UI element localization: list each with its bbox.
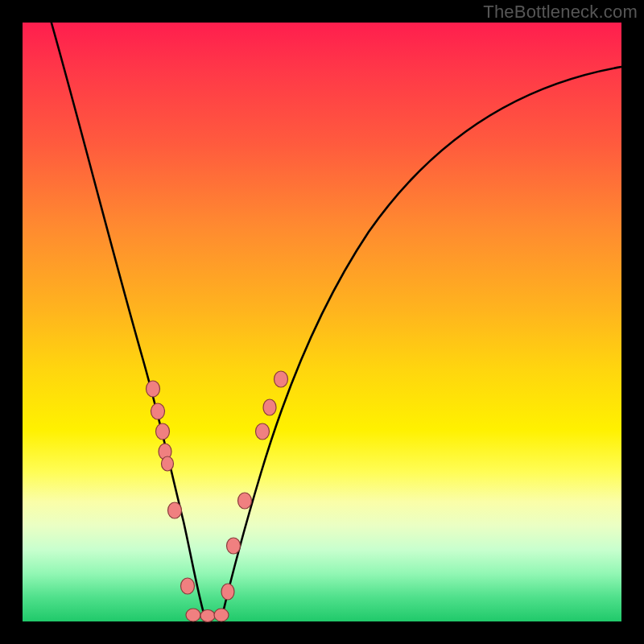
right-dot-cluster <box>221 371 288 600</box>
svg-point-4 <box>162 456 174 471</box>
svg-point-11 <box>227 538 241 554</box>
watermark-text: TheBottleneck.com <box>483 2 638 23</box>
chart-svg <box>23 23 621 621</box>
svg-point-5 <box>168 502 182 518</box>
left-dot-cluster <box>147 381 229 622</box>
svg-point-2 <box>156 423 170 440</box>
svg-point-14 <box>263 399 276 415</box>
chart-plot-area <box>23 23 621 621</box>
svg-point-9 <box>214 609 229 621</box>
svg-point-0 <box>147 381 160 397</box>
svg-point-1 <box>151 403 165 419</box>
chart-frame: TheBottleneck.com <box>0 0 644 644</box>
svg-point-7 <box>186 609 200 621</box>
svg-point-6 <box>181 578 195 594</box>
main-curve <box>49 14 621 616</box>
svg-point-10 <box>221 584 234 600</box>
svg-point-13 <box>256 423 270 440</box>
svg-point-8 <box>200 610 215 622</box>
svg-point-15 <box>275 371 288 387</box>
svg-point-12 <box>238 493 252 509</box>
